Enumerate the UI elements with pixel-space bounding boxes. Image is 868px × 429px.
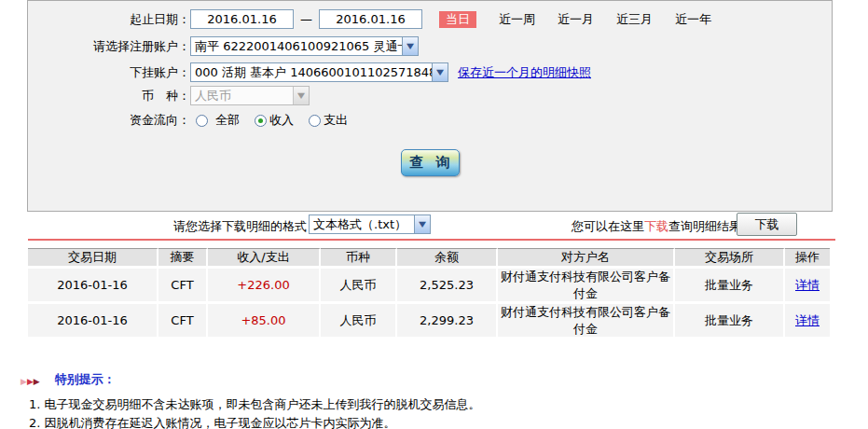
download-format-label: 请您选择下载明细的格式 bbox=[173, 218, 307, 235]
table-cell: +226.00 bbox=[208, 269, 321, 304]
table-cell: 详情 bbox=[785, 304, 830, 339]
radio-circle-icon[interactable] bbox=[309, 115, 321, 127]
column-header: 摘要 bbox=[158, 248, 208, 269]
detail-link[interactable]: 详情 bbox=[795, 278, 820, 292]
sub-account-select-value: 000 活期 基本户 1406600101102571848 bbox=[191, 64, 432, 81]
download-hint: 您可以在这里下载查询明细结果 bbox=[572, 218, 741, 235]
date-range-row: 起止日期： — 当日近一周近一月近三月近一年 bbox=[28, 9, 832, 29]
column-header: 操作 bbox=[785, 248, 830, 269]
download-format-select[interactable]: 文本格式（.txt） bbox=[309, 214, 431, 234]
table-cell: 批量业务 bbox=[675, 269, 785, 304]
sub-account-row: 下挂账户： 000 活期 基本户 1406600101102571848 保存近… bbox=[28, 62, 832, 82]
quick-range-year[interactable]: 近一年 bbox=[675, 12, 711, 26]
table-cell: 2016-01-16 bbox=[28, 269, 158, 304]
table-cell: 详情 bbox=[785, 269, 830, 304]
table-cell: 财付通支付科技有限公司客户备付金 bbox=[498, 269, 675, 304]
currency-label: 币 种： bbox=[28, 88, 190, 104]
note-item: 2. 因脱机消费存在延迟入账情况，电子现金应以芯片卡内实际为准。 bbox=[29, 414, 481, 429]
note-header: ▶▶▶ 特别提示： bbox=[21, 371, 116, 388]
download-format-value: 文本格式（.txt） bbox=[310, 216, 414, 233]
save-snapshot-link[interactable]: 保存近一个月的明细快照 bbox=[458, 64, 591, 81]
transaction-detail-page: 起止日期： — 当日近一周近一月近三月近一年 请选择注册账户： 南平 62220… bbox=[0, 0, 868, 429]
download-hint-highlight: 下载 bbox=[644, 219, 668, 233]
table-cell: +85.00 bbox=[208, 304, 321, 339]
query-button[interactable]: 查 询 bbox=[401, 149, 460, 176]
note-title: 特别提示： bbox=[55, 371, 116, 388]
note-item: 1. 电子现金交易明细不含未达账项，即未包含商户还未上传到我行的脱机交易信息。 bbox=[29, 395, 481, 414]
currency-row: 币 种： 人民币 bbox=[28, 86, 832, 105]
flow-options: 全部收入支出 bbox=[190, 112, 348, 129]
triple-arrow-icon: ▶▶▶ bbox=[21, 373, 40, 387]
sub-account-label: 下挂账户： bbox=[28, 64, 190, 81]
table-header-row: 交易日期摘要收入/支出币种余额对方户名交易场所操作 bbox=[28, 248, 830, 269]
currency-select: 人民币 bbox=[190, 86, 310, 105]
query-form: 起止日期： — 当日近一周近一月近三月近一年 请选择注册账户： 南平 62220… bbox=[27, 0, 833, 212]
radio-label: 支出 bbox=[324, 112, 348, 129]
account-row: 请选择注册账户： 南平 6222001406100921065 灵通卡 bbox=[28, 36, 832, 56]
account-select-value: 南平 6222001406100921065 灵通卡 bbox=[191, 38, 402, 55]
table-cell: 人民币 bbox=[321, 269, 397, 304]
quick-range-group: 当日近一周近一月近三月近一年 bbox=[422, 11, 711, 28]
download-button[interactable]: 下载 bbox=[737, 213, 797, 236]
download-hint-prefix: 您可以在这里 bbox=[572, 219, 644, 233]
radio-label: 收入 bbox=[269, 112, 294, 129]
table-cell: CFT bbox=[158, 304, 208, 339]
query-button-row: 查 询 bbox=[28, 149, 832, 176]
column-header: 余额 bbox=[397, 248, 498, 269]
transaction-table: 交易日期摘要收入/支出币种余额对方户名交易场所操作 2016-01-16CFT+… bbox=[28, 248, 830, 339]
radio-label: 全部 bbox=[215, 112, 240, 129]
date-from-input[interactable] bbox=[190, 9, 294, 29]
column-header: 交易日期 bbox=[28, 248, 158, 269]
column-header: 收入/支出 bbox=[208, 248, 321, 269]
detail-link[interactable]: 详情 bbox=[795, 313, 820, 327]
table-cell: 2,525.23 bbox=[397, 269, 498, 304]
table-cell: 2016-01-16 bbox=[28, 304, 158, 339]
column-header: 交易场所 bbox=[675, 248, 785, 269]
currency-select-value: 人民币 bbox=[191, 88, 293, 104]
table-row: 2016-01-16CFT+85.00人民币2,299.23财付通支付科技有限公… bbox=[28, 304, 830, 339]
chevron-down-icon bbox=[293, 87, 309, 104]
red-divider bbox=[28, 239, 835, 241]
sub-account-select[interactable]: 000 活期 基本户 1406600101102571848 bbox=[190, 62, 448, 82]
quick-range-month[interactable]: 近一月 bbox=[558, 12, 594, 26]
quick-range-quarter[interactable]: 近三月 bbox=[616, 12, 653, 26]
flow-label: 资金流向： bbox=[28, 112, 190, 129]
chevron-down-icon[interactable] bbox=[432, 63, 448, 81]
table-body: 2016-01-16CFT+226.00人民币2,525.23财付通支付科技有限… bbox=[28, 269, 830, 339]
date-to-input[interactable] bbox=[319, 9, 422, 29]
radio-circle-icon[interactable] bbox=[255, 115, 267, 127]
table-cell: 批量业务 bbox=[675, 304, 785, 339]
quick-range-today[interactable]: 当日 bbox=[439, 11, 476, 28]
account-select[interactable]: 南平 6222001406100921065 灵通卡 bbox=[190, 36, 419, 56]
chevron-down-icon[interactable] bbox=[414, 215, 430, 233]
column-header: 对方户名 bbox=[498, 248, 675, 269]
download-hint-suffix: 查询明细结果 bbox=[668, 219, 741, 233]
radio-expense[interactable]: 支出 bbox=[309, 112, 348, 129]
chevron-down-icon[interactable] bbox=[402, 37, 418, 55]
table-cell: CFT bbox=[158, 269, 208, 304]
radio-circle-icon[interactable] bbox=[196, 115, 208, 127]
note-items: 1. 电子现金交易明细不含未达账项，即未包含商户还未上传到我行的脱机交易信息。2… bbox=[29, 395, 481, 429]
date-range-label: 起止日期： bbox=[28, 11, 190, 28]
radio-income[interactable]: 收入 bbox=[255, 112, 294, 129]
table-cell: 2,299.23 bbox=[397, 304, 498, 339]
quick-range-week[interactable]: 近一周 bbox=[499, 12, 535, 26]
table-cell: 人民币 bbox=[321, 304, 397, 339]
table-cell: 财付通支付科技有限公司客户备付金 bbox=[498, 304, 675, 339]
account-label: 请选择注册账户： bbox=[28, 38, 190, 55]
flow-row: 资金流向： 全部收入支出 bbox=[28, 112, 832, 129]
table-row: 2016-01-16CFT+226.00人民币2,525.23财付通支付科技有限… bbox=[28, 269, 830, 304]
date-separator: — bbox=[300, 12, 312, 26]
radio-all[interactable]: 全部 bbox=[196, 112, 240, 129]
column-header: 币种 bbox=[321, 248, 397, 269]
